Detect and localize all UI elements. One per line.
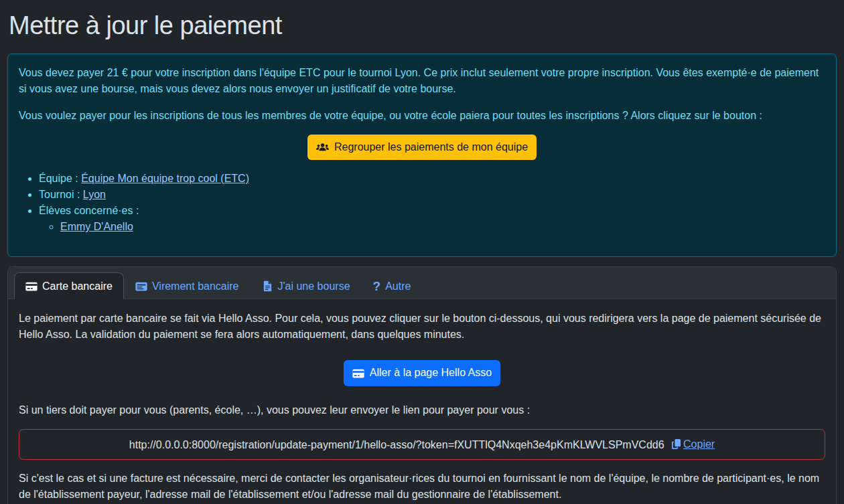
helloasso-button-row: Aller à la page Hello Asso (19, 360, 825, 386)
tab-label: Autre (385, 280, 411, 292)
bank-transfer-icon (135, 280, 147, 292)
tab-label: J'ai une bourse (278, 280, 350, 292)
tab-virement-bancaire[interactable]: Virement bancaire (124, 272, 251, 299)
students-sublist: Emmy D'Anello (39, 219, 825, 235)
team-link[interactable]: Équipe Mon équipe trop cool (ETC) (81, 173, 249, 184)
tab-jai-une-bourse[interactable]: J'ai une bourse (251, 272, 362, 299)
credit-card-icon (25, 280, 38, 292)
payment-methods-card: Carte bancaire Virement bancaire (7, 266, 837, 504)
group-payments-button[interactable]: Regrouper les paiements de mon équipe (307, 135, 537, 160)
tab-label: Carte bancaire (42, 280, 113, 292)
team-label: Équipe : (39, 173, 78, 184)
tab-label: Virement bancaire (152, 280, 239, 292)
credit-card-icon (352, 367, 364, 380)
list-item-team: Équipe : Équipe Mon équipe trop cool (ET… (39, 171, 825, 187)
tournament-link[interactable]: Lyon (83, 189, 106, 200)
helloasso-button[interactable]: Aller à la page Hello Asso (344, 360, 500, 386)
helloasso-intro-text: Le paiement par carte bancaire se fait v… (19, 311, 825, 343)
group-payments-button-label: Regrouper les paiements de mon équipe (334, 140, 528, 155)
page-title: Mettre à jour le paiement (9, 7, 837, 45)
payment-link-url: http://0.0.0.0:8000/registration/update-… (129, 438, 664, 450)
invoice-note-text: Si c'est le cas et si une facture est né… (19, 471, 825, 503)
alert-intro-text: Vous devez payer 21 € pour votre inscrip… (19, 65, 825, 97)
copy-link-label: Copier (683, 436, 715, 452)
payment-info-alert: Vous devez payer 21 € pour votre inscrip… (7, 54, 837, 257)
third-party-text: Si un tiers doit payer pour vous (parent… (19, 402, 825, 418)
group-payments-button-row: Regrouper les paiements de mon équipe (19, 135, 825, 160)
student-link[interactable]: Emmy D'Anello (60, 221, 133, 232)
students-label: Élèves concerné·es : (39, 205, 139, 216)
copy-link[interactable]: Copier (671, 436, 715, 452)
question-mark-icon: ? (373, 280, 381, 292)
payment-tabs-header: Carte bancaire Virement bancaire (8, 267, 836, 299)
tab-carte-bancaire[interactable]: Carte bancaire (14, 272, 124, 299)
payment-link-box: http://0.0.0.0:8000/registration/update-… (19, 429, 825, 460)
document-icon (262, 280, 273, 292)
tab-autre[interactable]: ? Autre (362, 272, 423, 299)
registration-details-list: Équipe : Équipe Mon équipe trop cool (ET… (19, 171, 825, 235)
alert-question-text: Vous voulez payer pour les inscriptions … (19, 108, 825, 124)
payment-tabs: Carte bancaire Virement bancaire (14, 272, 830, 299)
users-icon (316, 142, 329, 153)
tournament-label: Tournoi : (39, 189, 80, 200)
list-item-tournament: Tournoi : Lyon (39, 187, 825, 203)
tab-panel-carte-bancaire: Le paiement par carte bancaire se fait v… (8, 299, 836, 504)
helloasso-button-label: Aller à la page Hello Asso (370, 365, 492, 380)
copy-icon (671, 439, 681, 449)
list-item-student: Emmy D'Anello (60, 219, 825, 235)
list-item-students: Élèves concerné·es : Emmy D'Anello (39, 203, 825, 235)
